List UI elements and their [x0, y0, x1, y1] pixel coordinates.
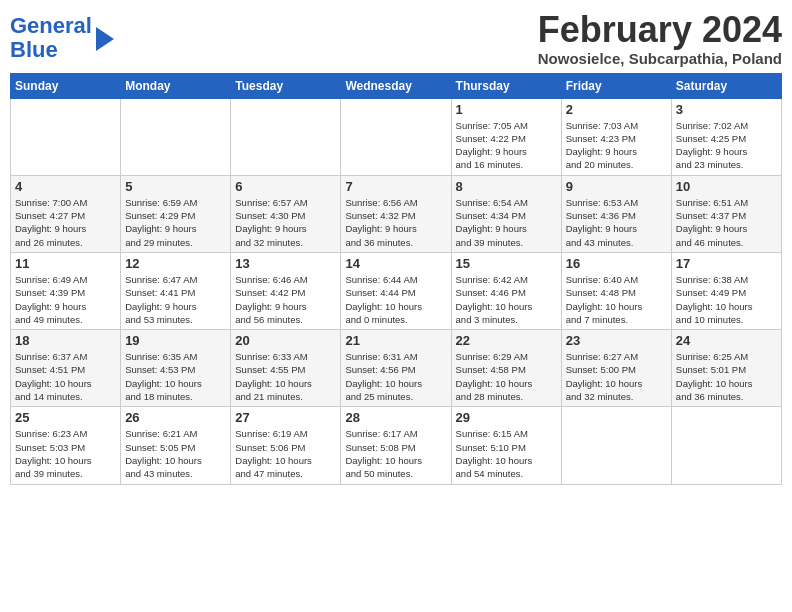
day-number: 12: [125, 256, 226, 271]
day-detail: Sunrise: 6:40 AM Sunset: 4:48 PM Dayligh…: [566, 273, 667, 326]
day-detail: Sunrise: 6:17 AM Sunset: 5:08 PM Dayligh…: [345, 427, 446, 480]
day-number: 18: [15, 333, 116, 348]
day-detail: Sunrise: 6:51 AM Sunset: 4:37 PM Dayligh…: [676, 196, 777, 249]
day-number: 13: [235, 256, 336, 271]
day-cell: 23Sunrise: 6:27 AM Sunset: 5:00 PM Dayli…: [561, 330, 671, 407]
day-cell: 20Sunrise: 6:33 AM Sunset: 4:55 PM Dayli…: [231, 330, 341, 407]
day-number: 11: [15, 256, 116, 271]
week-row-2: 4Sunrise: 7:00 AM Sunset: 4:27 PM Daylig…: [11, 175, 782, 252]
day-detail: Sunrise: 6:46 AM Sunset: 4:42 PM Dayligh…: [235, 273, 336, 326]
day-number: 14: [345, 256, 446, 271]
day-detail: Sunrise: 6:38 AM Sunset: 4:49 PM Dayligh…: [676, 273, 777, 326]
day-cell: 10Sunrise: 6:51 AM Sunset: 4:37 PM Dayli…: [671, 175, 781, 252]
day-cell: [121, 98, 231, 175]
day-cell: 6Sunrise: 6:57 AM Sunset: 4:30 PM Daylig…: [231, 175, 341, 252]
day-detail: Sunrise: 6:37 AM Sunset: 4:51 PM Dayligh…: [15, 350, 116, 403]
day-number: 16: [566, 256, 667, 271]
day-cell: 18Sunrise: 6:37 AM Sunset: 4:51 PM Dayli…: [11, 330, 121, 407]
logo-general: General: [10, 13, 92, 38]
page-header: General Blue February 2024 Nowosielce, S…: [10, 10, 782, 67]
day-detail: Sunrise: 6:54 AM Sunset: 4:34 PM Dayligh…: [456, 196, 557, 249]
day-cell: 3Sunrise: 7:02 AM Sunset: 4:25 PM Daylig…: [671, 98, 781, 175]
location-subtitle: Nowosielce, Subcarpathia, Poland: [538, 50, 782, 67]
day-detail: Sunrise: 6:27 AM Sunset: 5:00 PM Dayligh…: [566, 350, 667, 403]
day-number: 21: [345, 333, 446, 348]
day-number: 22: [456, 333, 557, 348]
day-cell: [11, 98, 121, 175]
day-number: 1: [456, 102, 557, 117]
day-cell: [341, 98, 451, 175]
header-cell-monday: Monday: [121, 73, 231, 98]
day-detail: Sunrise: 6:49 AM Sunset: 4:39 PM Dayligh…: [15, 273, 116, 326]
day-detail: Sunrise: 6:29 AM Sunset: 4:58 PM Dayligh…: [456, 350, 557, 403]
day-cell: 4Sunrise: 7:00 AM Sunset: 4:27 PM Daylig…: [11, 175, 121, 252]
day-cell: 22Sunrise: 6:29 AM Sunset: 4:58 PM Dayli…: [451, 330, 561, 407]
day-detail: Sunrise: 6:25 AM Sunset: 5:01 PM Dayligh…: [676, 350, 777, 403]
header-cell-friday: Friday: [561, 73, 671, 98]
day-detail: Sunrise: 6:44 AM Sunset: 4:44 PM Dayligh…: [345, 273, 446, 326]
day-cell: 7Sunrise: 6:56 AM Sunset: 4:32 PM Daylig…: [341, 175, 451, 252]
day-detail: Sunrise: 6:35 AM Sunset: 4:53 PM Dayligh…: [125, 350, 226, 403]
day-detail: Sunrise: 6:47 AM Sunset: 4:41 PM Dayligh…: [125, 273, 226, 326]
day-cell: 16Sunrise: 6:40 AM Sunset: 4:48 PM Dayli…: [561, 252, 671, 329]
month-title: February 2024: [538, 10, 782, 50]
day-cell: 14Sunrise: 6:44 AM Sunset: 4:44 PM Dayli…: [341, 252, 451, 329]
day-number: 20: [235, 333, 336, 348]
day-cell: 5Sunrise: 6:59 AM Sunset: 4:29 PM Daylig…: [121, 175, 231, 252]
logo: General Blue: [10, 14, 114, 62]
day-detail: Sunrise: 7:02 AM Sunset: 4:25 PM Dayligh…: [676, 119, 777, 172]
day-detail: Sunrise: 7:05 AM Sunset: 4:22 PM Dayligh…: [456, 119, 557, 172]
day-cell: 17Sunrise: 6:38 AM Sunset: 4:49 PM Dayli…: [671, 252, 781, 329]
day-cell: 11Sunrise: 6:49 AM Sunset: 4:39 PM Dayli…: [11, 252, 121, 329]
calendar-table: SundayMondayTuesdayWednesdayThursdayFrid…: [10, 73, 782, 485]
day-cell: 29Sunrise: 6:15 AM Sunset: 5:10 PM Dayli…: [451, 407, 561, 484]
day-number: 2: [566, 102, 667, 117]
day-number: 6: [235, 179, 336, 194]
day-cell: 1Sunrise: 7:05 AM Sunset: 4:22 PM Daylig…: [451, 98, 561, 175]
day-cell: 28Sunrise: 6:17 AM Sunset: 5:08 PM Dayli…: [341, 407, 451, 484]
day-cell: 26Sunrise: 6:21 AM Sunset: 5:05 PM Dayli…: [121, 407, 231, 484]
day-cell: 25Sunrise: 6:23 AM Sunset: 5:03 PM Dayli…: [11, 407, 121, 484]
day-number: 10: [676, 179, 777, 194]
header-cell-saturday: Saturday: [671, 73, 781, 98]
logo-arrow-icon: [96, 27, 114, 51]
calendar-body: 1Sunrise: 7:05 AM Sunset: 4:22 PM Daylig…: [11, 98, 782, 484]
day-detail: Sunrise: 6:19 AM Sunset: 5:06 PM Dayligh…: [235, 427, 336, 480]
day-cell: [561, 407, 671, 484]
day-number: 17: [676, 256, 777, 271]
header-cell-wednesday: Wednesday: [341, 73, 451, 98]
day-detail: Sunrise: 6:21 AM Sunset: 5:05 PM Dayligh…: [125, 427, 226, 480]
header-cell-sunday: Sunday: [11, 73, 121, 98]
day-cell: 12Sunrise: 6:47 AM Sunset: 4:41 PM Dayli…: [121, 252, 231, 329]
day-number: 19: [125, 333, 226, 348]
day-cell: 9Sunrise: 6:53 AM Sunset: 4:36 PM Daylig…: [561, 175, 671, 252]
day-number: 4: [15, 179, 116, 194]
day-number: 5: [125, 179, 226, 194]
day-cell: [231, 98, 341, 175]
day-cell: 15Sunrise: 6:42 AM Sunset: 4:46 PM Dayli…: [451, 252, 561, 329]
day-detail: Sunrise: 7:00 AM Sunset: 4:27 PM Dayligh…: [15, 196, 116, 249]
day-cell: 8Sunrise: 6:54 AM Sunset: 4:34 PM Daylig…: [451, 175, 561, 252]
day-number: 7: [345, 179, 446, 194]
day-cell: [671, 407, 781, 484]
day-cell: 2Sunrise: 7:03 AM Sunset: 4:23 PM Daylig…: [561, 98, 671, 175]
day-number: 23: [566, 333, 667, 348]
logo-blue: Blue: [10, 37, 58, 62]
day-detail: Sunrise: 6:53 AM Sunset: 4:36 PM Dayligh…: [566, 196, 667, 249]
day-detail: Sunrise: 6:56 AM Sunset: 4:32 PM Dayligh…: [345, 196, 446, 249]
title-block: February 2024 Nowosielce, Subcarpathia, …: [538, 10, 782, 67]
day-detail: Sunrise: 6:42 AM Sunset: 4:46 PM Dayligh…: [456, 273, 557, 326]
day-number: 3: [676, 102, 777, 117]
header-cell-tuesday: Tuesday: [231, 73, 341, 98]
day-detail: Sunrise: 6:31 AM Sunset: 4:56 PM Dayligh…: [345, 350, 446, 403]
day-number: 26: [125, 410, 226, 425]
calendar-header: SundayMondayTuesdayWednesdayThursdayFrid…: [11, 73, 782, 98]
day-cell: 13Sunrise: 6:46 AM Sunset: 4:42 PM Dayli…: [231, 252, 341, 329]
day-detail: Sunrise: 6:33 AM Sunset: 4:55 PM Dayligh…: [235, 350, 336, 403]
week-row-4: 18Sunrise: 6:37 AM Sunset: 4:51 PM Dayli…: [11, 330, 782, 407]
week-row-3: 11Sunrise: 6:49 AM Sunset: 4:39 PM Dayli…: [11, 252, 782, 329]
day-detail: Sunrise: 6:59 AM Sunset: 4:29 PM Dayligh…: [125, 196, 226, 249]
header-row: SundayMondayTuesdayWednesdayThursdayFrid…: [11, 73, 782, 98]
day-number: 28: [345, 410, 446, 425]
week-row-1: 1Sunrise: 7:05 AM Sunset: 4:22 PM Daylig…: [11, 98, 782, 175]
